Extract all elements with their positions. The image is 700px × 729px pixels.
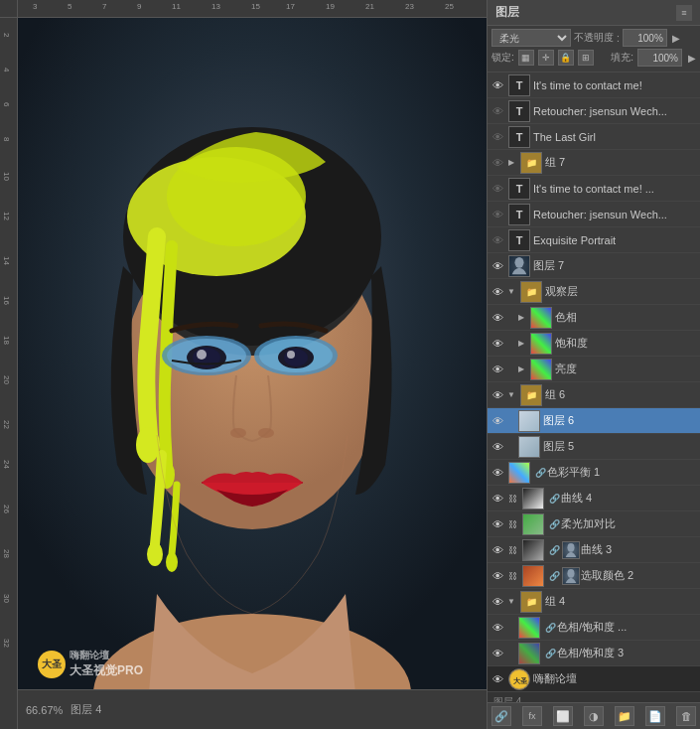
- ruler-left: 2 4 6 8 10 12 14 16 18 20 22 24 26 28 30…: [0, 18, 18, 729]
- layer-visibility-5[interactable]: 👁: [490, 439, 505, 455]
- layer-item-sat[interactable]: 👁 ▶ 饱和度: [488, 331, 700, 357]
- layer-visibility-text4[interactable]: 👁: [490, 181, 505, 197]
- panels-area: 图层 ≡ 柔光 正常 不透明度 : ▶ 锁定: ▦ ✛ 🔒: [487, 0, 700, 729]
- svg-text:大圣: 大圣: [512, 675, 528, 684]
- layer-item-text1[interactable]: 👁 T It's time to contact me!: [488, 73, 700, 98]
- layer-name-group6: 组 6: [545, 387, 698, 402]
- layer-item-text2[interactable]: 👁 T Retoucher: jsensun Wech...: [488, 98, 700, 124]
- layer-item-colorbalance[interactable]: 👁 🔗 色彩平衡 1: [488, 460, 700, 486]
- layer-chain-softlight: 🔗: [547, 519, 561, 529]
- layer-thumb-huesat2: [518, 643, 540, 664]
- layer-expand-hue[interactable]: ▶: [515, 312, 527, 324]
- layer-visibility-group4[interactable]: 👁: [490, 594, 505, 610]
- svg-point-10: [166, 552, 178, 572]
- layer-item-6[interactable]: 👁 图层 6: [488, 408, 700, 434]
- blend-opacity-row: 柔光 正常 不透明度 : ▶: [491, 29, 696, 47]
- layer-thumb-text2: T: [508, 100, 530, 122]
- layer-visibility-watermark[interactable]: 👁: [490, 671, 505, 687]
- layer-item-text6[interactable]: 👁 T Exquisite Portrait: [488, 227, 700, 253]
- layer-item-group6[interactable]: 👁 ▼ 📁 组 6: [488, 382, 700, 408]
- opacity-input[interactable]: [623, 29, 667, 47]
- layer-visibility-group6[interactable]: 👁: [490, 387, 505, 403]
- layer-visibility-text3[interactable]: 👁: [490, 129, 505, 145]
- layer-item-huesat2[interactable]: 👁 🔗 色相/饱和度 3: [488, 641, 700, 666]
- layer-visibility-text6[interactable]: 👁: [490, 232, 505, 248]
- layer-item-text4[interactable]: 👁 T It's time to contact me! ...: [488, 176, 700, 202]
- layer-visibility-bright[interactable]: 👁: [490, 362, 505, 377]
- lock-artboard-btn[interactable]: ⊞: [578, 50, 594, 66]
- layer-visibility-text2[interactable]: 👁: [490, 103, 505, 119]
- layer-item-text5[interactable]: 👁 T Retoucher: jsensun Wech...: [488, 202, 700, 227]
- layer-item-group7[interactable]: 👁 ▶ 📁 组 7: [488, 150, 700, 176]
- layer-4-label-text: 图层 4: [490, 695, 521, 703]
- layer-name-text4: It's time to contact me! ...: [533, 183, 698, 195]
- layer-thumb-huesat1: [518, 617, 540, 639]
- layer-delete-btn[interactable]: 🗑: [676, 706, 696, 726]
- canvas-area: 3 5 7 9 11 13 15 17 19 21 23 25 2 4 6 8 …: [0, 0, 487, 729]
- layer-link-btn[interactable]: 🔗: [491, 706, 511, 726]
- layer-link-curves4: ⛓: [505, 494, 519, 504]
- layer-item-observe[interactable]: 👁 ▼ 📁 观察层: [488, 279, 700, 305]
- layer-expand-group4[interactable]: ▼: [505, 596, 517, 608]
- layer-item-group4[interactable]: 👁 ▼ 📁 组 4: [488, 589, 700, 615]
- layer-expand-group6[interactable]: ▼: [505, 389, 517, 401]
- layer-new-btn[interactable]: 📄: [645, 706, 665, 726]
- fill-input[interactable]: [637, 49, 682, 67]
- portrait-background: 大圣 嗨翻论壇 大圣视觉PRO: [18, 18, 487, 689]
- layer-visibility-group7[interactable]: 👁: [490, 155, 505, 171]
- layer-item-hue[interactable]: 👁 ▶ 色相: [488, 305, 700, 331]
- layer-visibility-sat[interactable]: 👁: [490, 336, 505, 352]
- layer-name-huesat2: 色相/饱和度 3: [557, 646, 698, 660]
- layer-visibility-text5[interactable]: 👁: [490, 207, 505, 222]
- layer-name-7: 图层 7: [533, 258, 698, 273]
- layer-item-4-label[interactable]: 图层 4: [488, 692, 700, 702]
- layer-adjustment-btn[interactable]: ◑: [584, 706, 604, 726]
- layer-item-5[interactable]: 👁 图层 5: [488, 434, 700, 460]
- layer-item-selective2[interactable]: 👁 ⛓ 🔗 选取颜色 2: [488, 563, 700, 589]
- layer-group-btn[interactable]: 📁: [615, 706, 634, 726]
- layer-fx-btn[interactable]: fx: [522, 706, 542, 726]
- layer-visibility-curves3[interactable]: 👁: [490, 542, 505, 558]
- lock-all-btn[interactable]: 🔒: [558, 50, 574, 66]
- layer-item-bright[interactable]: 👁 ▶ 亮度: [488, 357, 700, 382]
- svg-point-15: [197, 350, 207, 360]
- layer-expand-bright[interactable]: ▶: [515, 364, 527, 375]
- layer-item-huesat1[interactable]: 👁 🔗 色相/饱和度 ...: [488, 615, 700, 641]
- layer-item-curves4[interactable]: 👁 ⛓ 🔗 曲线 4: [488, 486, 700, 511]
- panel-header-icons: ≡: [676, 5, 692, 21]
- svg-point-22: [258, 428, 274, 438]
- layer-item-curves3[interactable]: 👁 ⛓ 🔗 曲线 3: [488, 537, 700, 563]
- layer-visibility-hue[interactable]: 👁: [490, 310, 505, 326]
- layer-expand-sat[interactable]: ▶: [515, 338, 527, 350]
- layer-visibility-6[interactable]: 👁: [490, 413, 505, 429]
- layer-visibility-curves4[interactable]: 👁: [490, 491, 505, 507]
- layer-visibility-huesat2[interactable]: 👁: [490, 646, 505, 661]
- layers-list[interactable]: 👁 T It's time to contact me! 👁 T Retouch…: [488, 73, 700, 702]
- layer-visibility-colorbalance[interactable]: 👁: [490, 465, 505, 481]
- layer-item-watermark[interactable]: 👁 大圣 嗨翻论壇: [488, 666, 700, 692]
- layer-item-softlight[interactable]: 👁 ⛓ 🔗 柔光加对比: [488, 511, 700, 537]
- layer-link-softlight: ⛓: [505, 519, 519, 529]
- layer-visibility-selective2[interactable]: 👁: [490, 568, 505, 584]
- layer-item-7[interactable]: 👁 图层 7: [488, 253, 700, 279]
- layer-visibility-softlight[interactable]: 👁: [490, 516, 505, 532]
- layer-chain-curves3: 🔗: [547, 545, 561, 555]
- layer-name-bright: 亮度: [555, 362, 698, 376]
- layer-name-sat: 饱和度: [555, 336, 698, 351]
- layer-item-text3[interactable]: 👁 T The Last Girl: [488, 124, 700, 150]
- panel-menu-btn[interactable]: ≡: [676, 5, 692, 21]
- lock-checkerboard-btn[interactable]: ▦: [518, 50, 534, 66]
- lock-move-btn[interactable]: ✛: [538, 50, 554, 66]
- layer-mask-btn[interactable]: ⬜: [553, 706, 573, 726]
- layer-visibility-text1[interactable]: 👁: [490, 77, 505, 93]
- layer-expand-observe[interactable]: ▼: [505, 286, 517, 298]
- layer-expand-group7[interactable]: ▶: [505, 157, 517, 169]
- layer-visibility-huesat1[interactable]: 👁: [490, 620, 505, 636]
- layer-thumb-7: [508, 255, 530, 277]
- layer-thumb-group6: 📁: [520, 384, 542, 406]
- layer-thumb-text4: T: [508, 178, 530, 200]
- layer-chain-selective2: 🔗: [547, 571, 561, 581]
- layer-visibility-7[interactable]: 👁: [490, 258, 505, 274]
- layer-visibility-observe[interactable]: 👁: [490, 284, 505, 300]
- blend-mode-select[interactable]: 柔光 正常: [491, 29, 571, 47]
